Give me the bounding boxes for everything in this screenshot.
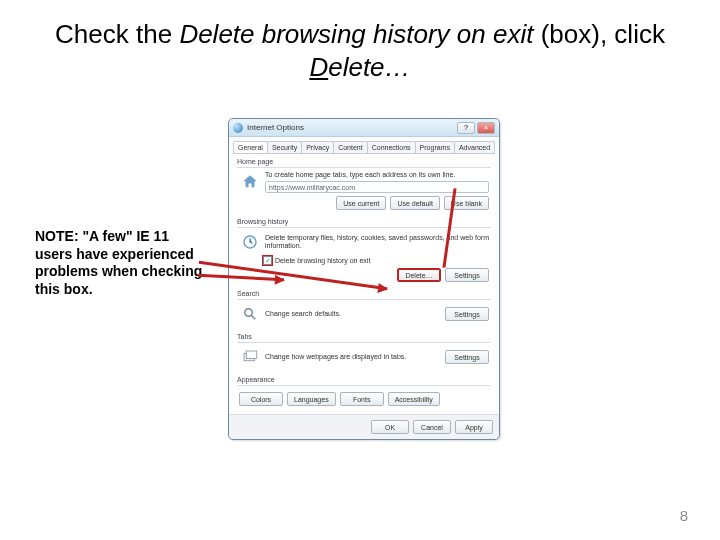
titlebar: Internet Options ? × xyxy=(229,119,499,137)
accessibility-button[interactable]: Accessibility xyxy=(388,392,440,406)
help-button[interactable]: ? xyxy=(457,122,475,134)
search-desc: Change search defaults. xyxy=(265,310,441,318)
globe-icon xyxy=(233,123,243,133)
tabs-icon xyxy=(239,346,261,368)
use-current-button[interactable]: Use current xyxy=(336,196,386,210)
tab-security[interactable]: Security xyxy=(267,141,302,153)
fonts-button[interactable]: Fonts xyxy=(340,392,384,406)
search-settings-button[interactable]: Settings xyxy=(445,307,489,321)
tab-advanced[interactable]: Advanced xyxy=(454,141,495,153)
delete-button[interactable]: Delete… xyxy=(397,268,441,282)
ok-button[interactable]: OK xyxy=(371,420,409,434)
tabs-desc: Change how webpages are displayed in tab… xyxy=(265,353,441,361)
apply-button[interactable]: Apply xyxy=(455,420,493,434)
tabs-settings-button[interactable]: Settings xyxy=(445,350,489,364)
languages-button[interactable]: Languages xyxy=(287,392,336,406)
tab-strip: General Security Privacy Content Connect… xyxy=(229,137,499,153)
delete-on-exit-checkbox[interactable]: ✓ xyxy=(263,256,272,265)
history-icon xyxy=(239,231,261,253)
svg-rect-4 xyxy=(246,351,257,359)
dialog-footer: OK Cancel Apply xyxy=(229,414,499,439)
colors-button[interactable]: Colors xyxy=(239,392,283,406)
history-settings-button[interactable]: Settings xyxy=(445,268,489,282)
slide-title: Check the Delete browsing history on exi… xyxy=(30,18,690,83)
group-home-label: Home page xyxy=(237,158,491,165)
tab-privacy[interactable]: Privacy xyxy=(301,141,334,153)
side-note: NOTE: "A few" IE 11 users have experienc… xyxy=(35,228,205,298)
window-title: Internet Options xyxy=(247,123,457,132)
group-search-label: Search xyxy=(237,290,491,297)
close-button[interactable]: × xyxy=(477,122,495,134)
tab-connections[interactable]: Connections xyxy=(367,141,416,153)
home-desc: To create home page tabs, type each addr… xyxy=(265,171,489,179)
svg-point-1 xyxy=(245,309,253,317)
history-desc: Delete temporary files, history, cookies… xyxy=(265,234,489,250)
group-appearance-label: Appearance xyxy=(237,376,491,383)
tab-content[interactable]: Content xyxy=(333,141,368,153)
use-default-button[interactable]: Use default xyxy=(390,196,439,210)
tab-general[interactable]: General xyxy=(233,141,268,153)
delete-on-exit-label: Delete browsing history on exit xyxy=(275,257,370,264)
page-number: 8 xyxy=(680,507,688,524)
group-tabs-label: Tabs xyxy=(237,333,491,340)
cancel-button[interactable]: Cancel xyxy=(413,420,451,434)
group-history-label: Browsing history xyxy=(237,218,491,225)
search-icon xyxy=(239,303,261,325)
svg-line-2 xyxy=(252,316,256,320)
tab-programs[interactable]: Programs xyxy=(415,141,455,153)
house-icon xyxy=(239,171,261,193)
